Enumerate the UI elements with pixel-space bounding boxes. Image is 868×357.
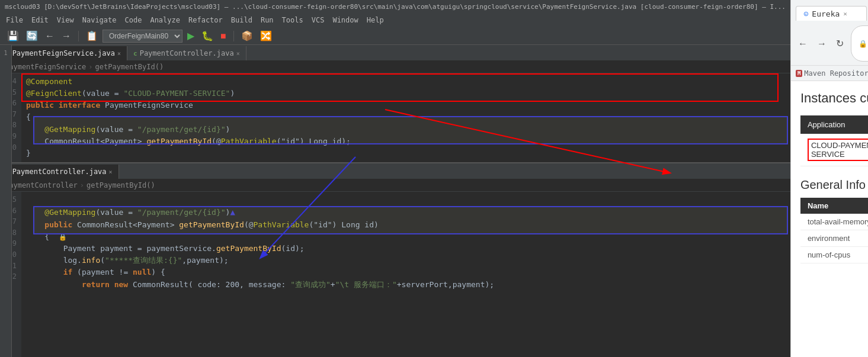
info-row-memory: total-avail-memory xyxy=(800,214,868,230)
bottom-code-line-50: log.info("*****查询结果:{}",payment); xyxy=(26,255,786,266)
tab-close-controller[interactable]: × xyxy=(236,50,240,57)
code-line-14: @Component xyxy=(26,76,786,88)
bottom-breadcrumb-method: getPaymentById() xyxy=(87,181,155,189)
eureka-favicon: ⊙ xyxy=(803,9,808,18)
top-tab-bar: i PaymentFeignService.java × c PaymentCo… xyxy=(0,45,790,60)
info-cell-environment: environment xyxy=(800,230,868,247)
menu-navigate[interactable]: Navigate xyxy=(79,15,120,25)
menu-window[interactable]: Window xyxy=(329,15,361,25)
table-header-application: Application xyxy=(800,115,868,134)
bottom-code-line-47: public CommonResult<Payment> getPaymentB… xyxy=(26,219,786,231)
bottom-code-line-46: @GetMapping(value = "/payment/get/{id}")… xyxy=(26,206,786,219)
browser-chrome: ⊙ Eureka × + ← → ↻ 🔒 不安全 eureka7001.co M xyxy=(791,0,868,81)
bottom-code-editor[interactable]: 4546474849505152 @GetMapping(value = "/p… xyxy=(0,192,790,357)
toolbar-save-btn[interactable]: 💾 xyxy=(5,29,21,43)
bottom-breadcrumb-class: PaymentController xyxy=(5,181,78,189)
tab-label-controller-bottom: PaymentController.java xyxy=(12,168,107,176)
java-icon-inactive: c xyxy=(133,50,137,57)
browser-address-bar: ← → ↻ 🔒 不安全 eureka7001.co xyxy=(791,22,868,65)
menu-help[interactable]: Help xyxy=(363,15,387,25)
browser-back-btn[interactable]: ← xyxy=(796,37,810,50)
menu-refactor[interactable]: Refactor xyxy=(185,15,226,25)
toolbar-forward-btn[interactable]: → xyxy=(59,30,73,43)
info-header-name: Name xyxy=(800,198,868,214)
menu-analyze[interactable]: Analyze xyxy=(146,15,184,25)
code-line-15: @FeignClient(value = "CLOUD-PAYMENT-SERV… xyxy=(26,88,786,99)
browser-bookmarks-bar: M Maven Repository... Java基础 数 xyxy=(791,65,868,81)
menu-build[interactable]: Build xyxy=(228,15,256,25)
menu-vcs[interactable]: VCS xyxy=(308,15,328,25)
toolbar: 💾 🔄 ← → 📋 OrderFeignMain80 ▶ 🐛 ■ 📦 🔀 xyxy=(0,27,790,45)
annotation-component: @Component xyxy=(26,77,72,86)
tab-label-controller: PaymentController.java xyxy=(140,49,234,57)
code-line-19: CommonResult<Payment> getPaymentById(@Pa… xyxy=(26,136,786,147)
bottom-code-line-48: { 🔒 xyxy=(26,231,786,243)
bottom-code-line-51: if (payment != null) { xyxy=(26,266,786,278)
toolbar-stop-btn[interactable]: ■ xyxy=(218,30,229,43)
title-text: mscloud03 [D:\devSoft\JetBrains\IdeaProj… xyxy=(5,3,786,11)
project-sidebar-icon[interactable]: 1 xyxy=(4,47,7,59)
tab-payment-controller[interactable]: c PaymentController.java × xyxy=(127,46,246,60)
menu-edit[interactable]: Edit xyxy=(28,15,52,25)
top-code-editor[interactable]: 14151617181920 @Component @FeignClient(v… xyxy=(0,73,790,162)
eureka-instances-heading: Instances currently regi xyxy=(800,91,868,106)
toolbar-run-btn[interactable]: ▶ xyxy=(185,29,197,43)
toolbar-sync-btn[interactable]: 🔄 xyxy=(24,29,40,43)
cloud-payment-service-badge: CLOUD-PAYMENT-SERVICE xyxy=(808,139,868,161)
menu-tools[interactable]: Tools xyxy=(278,15,307,25)
general-info-heading: General Info xyxy=(800,178,868,192)
info-cell-cpus: num-of-cpus xyxy=(800,247,868,263)
tab-payment-feign-service[interactable]: i PaymentFeignService.java × xyxy=(0,46,127,60)
toolbar-git2-btn[interactable]: 🔀 xyxy=(258,29,274,43)
toolbar-structure-btn[interactable]: 📋 xyxy=(84,29,100,43)
browser-refresh-btn[interactable]: ↻ xyxy=(834,37,846,50)
browser-forward-btn[interactable]: → xyxy=(815,37,829,50)
bottom-tab-bar: c PaymentController.java × xyxy=(0,163,790,179)
tab-close-controller-bottom[interactable]: × xyxy=(109,169,113,175)
menu-file[interactable]: File xyxy=(2,15,27,25)
general-info-table: Name total-avail-memory environment num-… xyxy=(800,198,868,263)
eureka-browser-tab[interactable]: ⊙ Eureka × xyxy=(796,6,867,21)
breadcrumb-class: PaymentFeignService xyxy=(5,63,86,71)
tab-label-feign: PaymentFeignService.java xyxy=(12,49,115,57)
info-row-environment: environment xyxy=(800,230,868,247)
top-breadcrumb: PaymentFeignService › getPaymentById() xyxy=(0,60,790,73)
title-bar: mscloud03 [D:\devSoft\JetBrains\IdeaProj… xyxy=(0,0,790,13)
toolbar-debug-btn[interactable]: 🐛 xyxy=(199,29,216,43)
menu-run[interactable]: Run xyxy=(257,15,277,25)
service-name-string: "CLOUD-PAYMENT-SERVICE" xyxy=(123,89,230,98)
info-cell-memory: total-avail-memory xyxy=(800,214,868,230)
toolbar-back-btn[interactable]: ← xyxy=(43,30,57,43)
code-line-16: public interface PaymentFeignService xyxy=(26,99,786,111)
tab-payment-controller-bottom[interactable]: c PaymentController.java × xyxy=(0,165,119,179)
run-config-dropdown[interactable]: OrderFeignMain80 xyxy=(103,30,182,43)
browser-address-input[interactable]: 🔒 不安全 eureka7001.co xyxy=(851,25,868,62)
toolbar-separator-1 xyxy=(78,31,79,41)
breadcrumb-method: getPaymentById() xyxy=(95,63,164,71)
toolbar-git-btn[interactable]: 📦 xyxy=(239,29,255,43)
annotation-feignclient: @FeignClient xyxy=(26,89,82,98)
menu-code[interactable]: Code xyxy=(121,15,146,25)
bottom-code-content[interactable]: @GetMapping(value = "/payment/get/{id}")… xyxy=(21,192,790,357)
bottom-breadcrumb-sep: › xyxy=(80,181,84,189)
tab-close-feign[interactable]: × xyxy=(117,50,121,57)
code-line-18: @GetMapping(value = "/payment/get/{id}") xyxy=(26,124,786,136)
bottom-code-line-49: Payment payment = paymentService.getPaym… xyxy=(26,243,786,255)
code-line-20: } xyxy=(26,147,786,159)
maven-icon: M xyxy=(796,70,802,77)
bottom-breadcrumb: PaymentController › getPaymentById() xyxy=(0,179,790,192)
browser-content: Instances currently regi Application AM … xyxy=(791,81,868,357)
code-line-17: { xyxy=(26,111,786,123)
eureka-tab-close[interactable]: × xyxy=(843,10,847,18)
eureka-instances-table: Application AM CLOUD-PAYMENT-SERVICE n/a xyxy=(800,115,868,166)
browser-tab-bar: ⊙ Eureka × + xyxy=(791,0,868,22)
top-code-content[interactable]: @Component @FeignClient(value = "CLOUD-P… xyxy=(21,73,790,162)
table-row-cloud-payment: CLOUD-PAYMENT-SERVICE n/a xyxy=(800,134,868,166)
menu-view[interactable]: View xyxy=(53,15,78,25)
bottom-code-line-52: return new CommonResult( code: 200, mess… xyxy=(26,279,786,291)
bookmark-maven-label: Maven Repository... xyxy=(804,69,868,78)
bottom-code-line-45 xyxy=(26,194,786,206)
bookmark-maven[interactable]: M Maven Repository... xyxy=(796,69,868,78)
menu-bar: File Edit View Navigate Code Analyze Ref… xyxy=(0,13,790,27)
eureka-tab-title: Eureka xyxy=(812,9,840,18)
